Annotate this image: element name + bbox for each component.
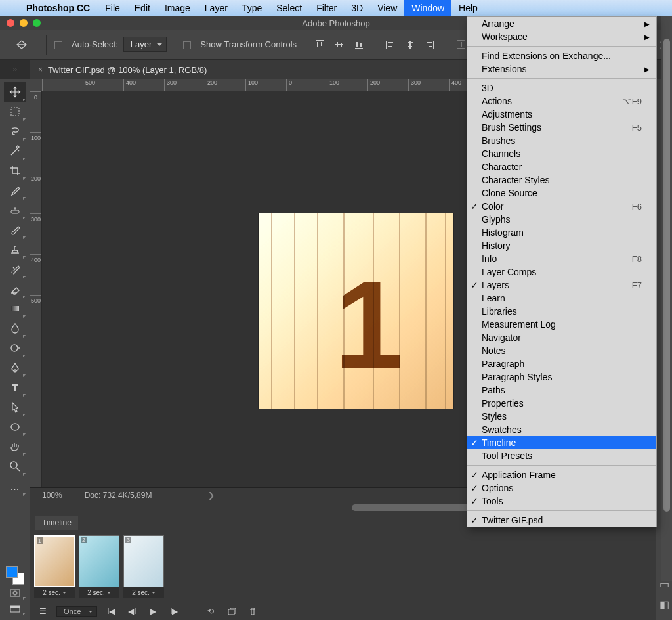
next-frame-button[interactable]: I▶: [167, 606, 181, 617]
document-tab[interactable]: × Twitter GIF.psd @ 100% (Layer 1, RGB/8…: [30, 60, 215, 79]
brush-tool[interactable]: [4, 220, 26, 240]
menu-help[interactable]: Help: [452, 0, 485, 16]
pen-tool[interactable]: [4, 358, 26, 378]
doc-size[interactable]: Doc: 732,4K/5,89M: [85, 491, 152, 500]
timeline-convert-icon[interactable]: ☰: [35, 606, 50, 617]
menu-item-timeline[interactable]: ✓Timeline: [467, 436, 656, 449]
menu-item-paths[interactable]: Paths: [467, 384, 656, 397]
auto-select-checkbox[interactable]: [54, 39, 66, 49]
zoom-window-button[interactable]: [33, 19, 41, 27]
color-swatches[interactable]: [6, 566, 24, 585]
hand-tool[interactable]: [4, 437, 26, 456]
auto-select-dropdown[interactable]: Layer: [123, 37, 167, 52]
menu-item-character-styles[interactable]: Character Styles: [467, 173, 656, 187]
menu-item-navigator[interactable]: Navigator: [467, 331, 656, 344]
clone-stamp-tool[interactable]: [4, 240, 26, 259]
magic-wand-tool[interactable]: [4, 141, 26, 161]
shape-tool[interactable]: [4, 417, 26, 437]
menu-item-actions[interactable]: Actions⌥F9: [467, 95, 656, 108]
lasso-tool[interactable]: [4, 122, 26, 141]
duplicate-frame-button[interactable]: [224, 606, 239, 617]
menu-item-learn[interactable]: Learn: [467, 292, 656, 305]
eyedropper-tool[interactable]: [4, 181, 26, 200]
menu-file[interactable]: File: [98, 0, 127, 16]
minimize-window-button[interactable]: [20, 19, 28, 27]
expand-panels-icon[interactable]: ››: [0, 60, 30, 79]
zoom-level[interactable]: 100%: [42, 491, 62, 500]
crop-tool[interactable]: [4, 161, 26, 181]
edit-toolbar-icon[interactable]: ···: [4, 482, 26, 497]
history-brush-tool[interactable]: [4, 259, 26, 279]
align-hcenter-icon[interactable]: [404, 38, 417, 51]
menu-item-properties[interactable]: Properties: [467, 397, 656, 410]
frame-1[interactable]: 1 2 sec.: [34, 535, 75, 598]
first-frame-button[interactable]: I◀: [104, 606, 118, 617]
align-right-icon[interactable]: [423, 38, 436, 51]
frame-2[interactable]: 2 2 sec.: [79, 535, 119, 598]
move-tool[interactable]: [4, 82, 26, 102]
menu-item-arrange[interactable]: Arrange▶: [467, 17, 656, 30]
menu-image[interactable]: Image: [158, 0, 198, 16]
menu-item-paragraph[interactable]: Paragraph: [467, 357, 656, 370]
menu-item-3d[interactable]: 3D: [467, 81, 656, 95]
dropdown-scrollbar[interactable]: [662, 16, 672, 581]
menu-item-extensions[interactable]: Extensions▶: [467, 62, 656, 76]
menu-layer[interactable]: Layer: [198, 0, 235, 16]
frame-duration[interactable]: 2 sec.: [123, 587, 164, 598]
menu-item-glyphs[interactable]: Glyphs: [467, 213, 656, 226]
menu-window[interactable]: Window: [404, 0, 452, 16]
delete-frame-button[interactable]: [245, 606, 260, 617]
close-window-button[interactable]: [7, 19, 14, 27]
show-transform-checkbox[interactable]: [183, 39, 195, 49]
menu-item-layers[interactable]: ✓LayersF7: [467, 278, 656, 292]
status-menu-icon[interactable]: ❯: [208, 491, 215, 500]
menu-item-find-extensions-on-exchange-[interactable]: Find Extensions on Exchange...: [467, 49, 656, 62]
healing-brush-tool[interactable]: [4, 200, 26, 220]
prev-frame-button[interactable]: ◀I: [125, 606, 139, 617]
dodge-tool[interactable]: [4, 338, 26, 358]
menu-item-measurement-log[interactable]: Measurement Log: [467, 318, 656, 331]
menu-item-clone-source[interactable]: Clone Source: [467, 187, 656, 200]
menu-item-options[interactable]: ✓Options: [467, 481, 656, 495]
blur-tool[interactable]: [4, 319, 26, 338]
menu-item-channels[interactable]: Channels: [467, 147, 656, 160]
ruler-vertical[interactable]: 0 100 200 300 400 500: [30, 91, 42, 487]
menu-item-workspace[interactable]: Workspace▶: [467, 30, 656, 43]
align-top-icon[interactable]: [313, 38, 326, 51]
menu-item-application-frame[interactable]: ✓Application Frame: [467, 468, 656, 481]
close-tab-icon[interactable]: ×: [38, 65, 43, 74]
menu-filter[interactable]: Filter: [309, 0, 344, 16]
align-left-icon[interactable]: [384, 38, 397, 51]
quick-mask-icon[interactable]: [4, 586, 26, 600]
menu-item-brush-settings[interactable]: Brush SettingsF5: [467, 121, 656, 134]
menu-item-tool-presets[interactable]: Tool Presets: [467, 449, 656, 462]
marquee-tool[interactable]: [4, 102, 26, 122]
app-name[interactable]: Photoshop CC: [18, 3, 98, 13]
screen-mode-icon[interactable]: [4, 602, 26, 616]
menu-item-histogram[interactable]: Histogram: [467, 226, 656, 239]
menu-item-history[interactable]: History: [467, 239, 656, 252]
menu-item-paragraph-styles[interactable]: Paragraph Styles: [467, 370, 656, 384]
menu-item-libraries[interactable]: Libraries: [467, 305, 656, 318]
loop-dropdown[interactable]: Once: [56, 606, 97, 617]
menu-item-tools[interactable]: ✓Tools: [467, 495, 656, 508]
eraser-tool[interactable]: [4, 279, 26, 299]
frame-duration[interactable]: 2 sec.: [34, 587, 75, 598]
tween-button[interactable]: ⟲: [203, 606, 218, 617]
play-button[interactable]: ▶: [146, 606, 160, 617]
menu-select[interactable]: Select: [269, 0, 309, 16]
menu-item-notes[interactable]: Notes: [467, 344, 656, 357]
align-vcenter-icon[interactable]: [333, 38, 346, 51]
menu-item-character[interactable]: Character: [467, 160, 656, 173]
menu-item-styles[interactable]: Styles: [467, 410, 656, 423]
menu-edit[interactable]: Edit: [127, 0, 158, 16]
menu-item-layer-comps[interactable]: Layer Comps: [467, 265, 656, 278]
zoom-tool[interactable]: [4, 456, 26, 476]
panel-icon[interactable]: ◧: [660, 598, 669, 611]
menu-view[interactable]: View: [370, 0, 404, 16]
gradient-tool[interactable]: [4, 299, 26, 319]
menu-type[interactable]: Type: [235, 0, 269, 16]
align-bottom-icon[interactable]: [352, 38, 366, 51]
menu-item-twitter-gif-psd[interactable]: ✓Twitter GIF.psd: [467, 514, 656, 527]
menu-3d[interactable]: 3D: [344, 0, 370, 16]
